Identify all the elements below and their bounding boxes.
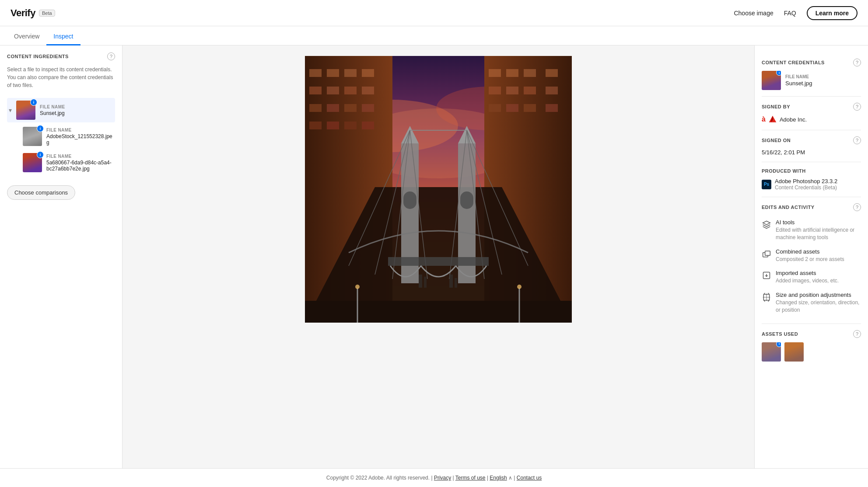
logo-area: Verify Beta (10, 7, 55, 19)
file-name-uuid: 5a680667-6da9-d84c-a5a4-bc27a6bb7e2e.jpg (46, 160, 113, 172)
file-list: ▾ i FILE NAME Sunset.jpg i FILE NAME (7, 98, 115, 175)
svg-rect-39 (403, 191, 416, 209)
choose-image-button[interactable]: Choose image (734, 10, 773, 17)
footer-contact-link[interactable]: Contact us (517, 475, 542, 481)
produced-app-sub: Content Credentials (Beta) (775, 184, 837, 191)
svg-rect-63 (765, 251, 770, 255)
left-panel: CONTENT INGREDIENTS ? Select a file to i… (0, 45, 122, 468)
tab-overview[interactable]: Overview (7, 28, 46, 45)
svg-rect-30 (489, 104, 501, 112)
produced-with-row: Ps Adobe Photoshop 23.3.2 Content Creden… (762, 178, 861, 191)
svg-rect-10 (327, 87, 339, 94)
svg-rect-57 (424, 277, 427, 288)
svg-rect-12 (362, 87, 374, 94)
activity-size-pos-desc: Changed size, orientation, direction, or… (776, 299, 861, 314)
section-signed-on: SIGNED ON ? 5/16/22, 2:01 PM (762, 130, 861, 162)
file-name-label-uuid: FILE NAME (46, 154, 113, 159)
main-image-container (305, 56, 572, 323)
activity-imported-text: Imported assets Added images, videos, et… (776, 270, 839, 285)
activity-imported-assets: Imported assets Added images, videos, et… (762, 266, 861, 288)
asset-thumb-1[interactable]: i (762, 342, 781, 362)
produced-app-name: Adobe Photoshop 23.3.2 (775, 178, 837, 184)
svg-rect-31 (506, 104, 518, 112)
svg-rect-17 (309, 122, 322, 129)
activity-ai-tools-text: AI tools Edited with artificial intellig… (776, 219, 861, 241)
main-content: CONTENT INGREDIENTS ? Select a file to i… (0, 45, 868, 468)
signed-by-row: à Adobe Inc. (762, 115, 861, 124)
activity-combined-text: Combined assets Composited 2 or more ass… (776, 248, 844, 263)
section-edits-activity: EDITS AND ACTIVITY ? AI tools Edited wit… (762, 197, 861, 324)
main-image-svg (305, 56, 572, 323)
edits-activity-help-icon[interactable]: ? (853, 203, 861, 211)
signed-by-title: SIGNED BY (762, 104, 790, 109)
panel-help-icon[interactable]: ? (107, 52, 115, 60)
file-name-label-sunset: FILE NAME (40, 104, 65, 109)
tab-inspect[interactable]: Inspect (46, 28, 80, 45)
svg-rect-29 (546, 87, 558, 94)
adobe-logo-icon: à (762, 115, 766, 123)
file-item-uuid[interactable]: i FILE NAME 5a680667-6da9-d84c-a5a4-bc27… (7, 150, 115, 175)
svg-point-53 (355, 285, 360, 289)
cc-header: CONTENT CREDENTIALS ? (762, 59, 861, 66)
signed-by-header: SIGNED BY ? (762, 103, 861, 111)
file-name-stock: AdobeStock_121552328.jpeg (46, 133, 113, 146)
svg-rect-15 (344, 104, 357, 112)
signed-on-help-icon[interactable]: ? (853, 136, 861, 144)
signed-by-name: Adobe Inc. (780, 116, 807, 123)
cc-help-icon[interactable]: ? (853, 59, 861, 66)
panel-description: Select a file to inspect its content cre… (7, 66, 115, 89)
ai-tools-icon (762, 220, 771, 230)
produced-info: Adobe Photoshop 23.3.2 Content Credentia… (775, 178, 837, 191)
edits-activity-header: EDITS AND ACTIVITY ? (762, 203, 861, 211)
activity-imported-desc: Added images, videos, etc. (776, 277, 839, 285)
footer-terms-link[interactable]: Terms of use (455, 475, 486, 481)
svg-rect-23 (506, 69, 518, 77)
svg-rect-40 (460, 191, 473, 209)
produced-with-header: PRODUCED WITH (762, 168, 861, 174)
footer: Copyright © 2022 Adobe. All rights reser… (0, 468, 868, 487)
header: Verify Beta Choose image FAQ Learn more (0, 0, 868, 26)
cc-file-row: i FILE NAME Sunset.jpg (762, 71, 861, 90)
file-name-label-stock: FILE NAME (46, 128, 113, 132)
combined-assets-icon (762, 249, 771, 259)
file-info-icon-uuid: i (37, 151, 44, 158)
footer-privacy-link[interactable]: Privacy (434, 475, 451, 481)
file-item-stock[interactable]: i FILE NAME AdobeStock_121552328.jpeg (7, 124, 115, 149)
imported-assets-icon (762, 271, 771, 280)
file-label-sunset: FILE NAME Sunset.jpg (40, 104, 65, 116)
footer-english-link[interactable]: English (490, 475, 507, 481)
svg-rect-33 (546, 104, 558, 112)
svg-rect-5 (309, 69, 322, 77)
file-item-sunset[interactable]: ▾ i FILE NAME Sunset.jpg (7, 98, 115, 122)
section-signed-by: SIGNED BY ? à Adobe Inc. (762, 97, 861, 130)
activity-ai-tools-title: AI tools (776, 219, 861, 226)
svg-rect-22 (489, 69, 501, 77)
file-thumb-wrap-uuid: i (23, 153, 42, 172)
svg-rect-58 (449, 275, 453, 288)
section-assets-used: ASSETS USED ? i (762, 324, 861, 368)
activity-ai-tools-desc: Edited with artificial intelligence or m… (776, 226, 861, 241)
svg-rect-19 (344, 122, 357, 129)
chevron-icon: ▾ (9, 107, 12, 114)
cc-file-name: Sunset.jpg (785, 80, 812, 87)
svg-rect-7 (344, 69, 357, 77)
cc-title: CONTENT CREDENTIALS (762, 60, 825, 65)
file-info-icon-sunset: i (30, 99, 37, 106)
file-thumb-wrap-sunset: i (16, 101, 35, 120)
learn-more-button[interactable]: Learn more (807, 6, 858, 20)
signed-by-help-icon[interactable]: ? (853, 103, 861, 111)
activity-size-position: Size and position adjustments Changed si… (762, 288, 861, 317)
svg-rect-56 (419, 275, 422, 288)
svg-rect-59 (455, 278, 457, 288)
panel-title: CONTENT INGREDIENTS (7, 54, 69, 59)
choose-comparisons-button[interactable]: Choose comparisons (7, 185, 75, 200)
asset-thumb-2[interactable] (784, 342, 804, 362)
tab-bar: Overview Inspect (0, 26, 868, 45)
assets-used-help-icon[interactable]: ? (853, 330, 861, 338)
section-content-credentials: CONTENT CREDENTIALS ? i FILE NAME Sunset… (762, 52, 861, 97)
svg-rect-51 (305, 301, 572, 323)
signed-on-title: SIGNED ON (762, 138, 791, 143)
beta-badge: Beta (39, 10, 55, 17)
faq-button[interactable]: FAQ (784, 10, 796, 17)
assets-used-row: i (762, 342, 861, 362)
